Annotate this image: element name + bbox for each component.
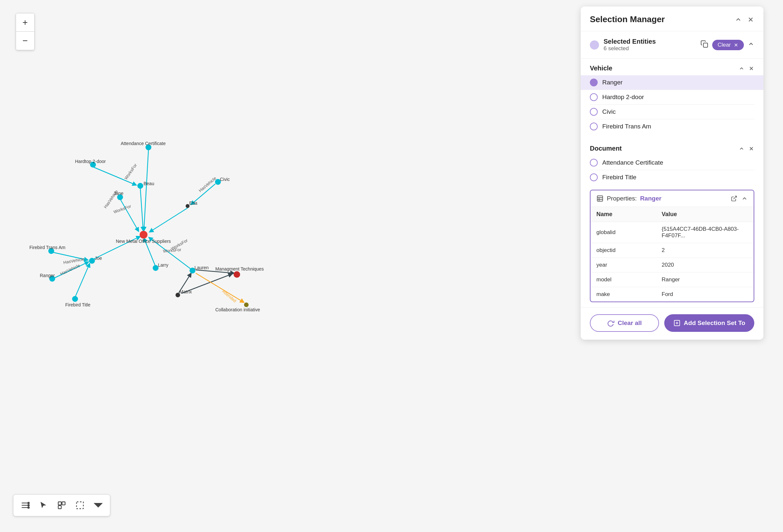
close-panel-button[interactable] (747, 16, 754, 23)
svg-point-29 (137, 183, 143, 189)
svg-text:WorksFor: WorksFor (113, 203, 132, 214)
svg-point-51 (72, 296, 78, 302)
entity-title: Selected Entities (603, 38, 696, 45)
svg-point-39 (89, 258, 95, 264)
document-item-firebird-title[interactable]: Firebird Title (590, 170, 754, 185)
more-button[interactable] (90, 497, 106, 513)
properties-external-button[interactable] (731, 195, 737, 202)
vehicle-item-ranger[interactable]: Ranger (581, 75, 763, 90)
document-name-firebird-title: Firebird Title (602, 174, 636, 181)
col-header-name: Name (591, 207, 656, 222)
document-category-name: Document (590, 145, 622, 152)
svg-text:WorksFor: WorksFor (123, 163, 138, 180)
svg-line-81 (733, 196, 737, 199)
vehicle-category-header: Vehicle (590, 65, 754, 72)
vehicle-item-firebird-trans[interactable]: Firebird Trans Am (590, 119, 754, 134)
svg-text:Matrix: Matrix (180, 289, 192, 294)
svg-text:Collaboration initiative: Collaboration initiative (215, 307, 260, 312)
panel-title: Selection Manager (590, 14, 665, 25)
vehicle-name-ranger: Ranger (602, 79, 623, 86)
panel-header-icons (735, 16, 754, 23)
property-value: {515A4CC7-46DB-4CB0-A803-F4F07F... (656, 222, 754, 243)
properties-collapse-button[interactable] (741, 195, 748, 202)
copy-entities-button[interactable] (700, 40, 708, 50)
zoom-out-button[interactable]: − (16, 32, 34, 50)
svg-text:Attended: Attended (221, 289, 238, 303)
properties-entity-name: Ranger (640, 195, 661, 202)
svg-text:Firebird Trans Am: Firebird Trans Am (29, 245, 65, 250)
svg-text:Beau: Beau (144, 181, 154, 186)
zoom-in-button[interactable]: + (16, 13, 34, 32)
bottom-toolbar (13, 494, 110, 517)
list-view-button[interactable] (17, 497, 33, 513)
vehicle-item-hardtop[interactable]: Hardtop 2-door (590, 90, 754, 105)
add-selection-button[interactable]: Add Selection Set To (664, 314, 754, 332)
selection-manager-panel: Selection Manager Selected Entities 6 se… (581, 6, 763, 340)
property-name: objectid (591, 243, 656, 258)
vehicle-name-hardtop: Hardtop 2-door (602, 94, 644, 101)
clear-label: Clear (717, 42, 731, 48)
svg-point-53 (233, 271, 240, 278)
property-name: year (591, 258, 656, 272)
clear-all-button[interactable]: Clear all (590, 314, 659, 332)
svg-rect-65 (58, 506, 61, 508)
svg-rect-63 (58, 502, 61, 505)
properties-header: Properties: Ranger (591, 190, 754, 207)
vehicle-category-actions (739, 66, 754, 71)
entity-count: 6 selected (603, 45, 696, 52)
document-dot-attendance (590, 159, 598, 167)
vehicle-item-civic[interactable]: Civic (590, 105, 754, 119)
vehicle-collapse-button[interactable] (739, 66, 745, 71)
document-close-button[interactable] (748, 146, 754, 152)
property-name: globalid (591, 222, 656, 243)
collapse-panel-button[interactable] (735, 16, 742, 23)
svg-text:Lauren: Lauren (194, 265, 209, 270)
entity-circle-icon (590, 40, 599, 49)
vehicle-category-name: Vehicle (590, 65, 613, 72)
svg-text:HasVehicle: HasVehicle (63, 257, 85, 265)
properties-label: Properties: (607, 195, 637, 202)
svg-text:Civic: Civic (220, 177, 230, 182)
properties-table: Name Value globalid{515A4CC7-46DB-4CB0-A… (591, 207, 754, 302)
svg-text:Ranger: Ranger (40, 273, 55, 278)
document-category-actions (739, 146, 754, 152)
vehicle-name-firebird-trans: Firebird Trans Am (602, 123, 651, 130)
col-header-value: Value (656, 207, 754, 222)
add-selection-label: Add Selection Set To (684, 320, 746, 327)
svg-text:Jane: Jane (114, 191, 124, 196)
svg-point-25 (139, 231, 148, 239)
property-name: model (591, 272, 656, 287)
svg-text:Joe: Joe (95, 256, 102, 261)
svg-text:Etta: Etta (189, 200, 197, 206)
svg-rect-77 (597, 196, 603, 201)
svg-point-60 (28, 502, 29, 504)
lasso-button[interactable] (54, 497, 69, 513)
document-item-attendance[interactable]: Attendance Certificate (590, 156, 754, 170)
property-row: globalid{515A4CC7-46DB-4CB0-A803-F4F07F.… (591, 222, 754, 243)
clear-badge-button[interactable]: Clear (712, 40, 744, 50)
property-value: 2020 (656, 258, 754, 272)
svg-text:Managment Techniques: Managment Techniques (215, 266, 263, 271)
svg-text:Larry: Larry (158, 262, 168, 268)
svg-text:New Metal Office Suppliers: New Metal Office Suppliers (116, 239, 171, 244)
panel-header: Selection Manager (581, 6, 763, 31)
svg-line-0 (144, 150, 149, 231)
property-row: modelRanger (591, 272, 754, 287)
rect-select-button[interactable] (72, 497, 88, 513)
svg-rect-64 (62, 502, 65, 505)
vehicle-close-button[interactable] (748, 66, 754, 71)
property-row: objectid2 (591, 243, 754, 258)
property-value: Ranger (656, 272, 754, 287)
expand-entities-button[interactable] (748, 41, 754, 49)
cursor-button[interactable] (36, 497, 51, 513)
document-collapse-button[interactable] (739, 146, 745, 152)
selected-entities-row: Selected Entities 6 selected Clear (581, 31, 763, 59)
property-value: Ford (656, 287, 754, 302)
svg-text:Attendance Certificate: Attendance Certificate (121, 141, 166, 146)
graph-svg: WorksFor WorksFor WorksFor WorksFor HasV… (0, 0, 287, 456)
svg-marker-67 (94, 503, 103, 507)
property-row: year2020 (591, 258, 754, 272)
document-name-attendance: Attendance Certificate (602, 159, 663, 166)
property-value: 2 (656, 243, 754, 258)
properties-icons (731, 195, 748, 202)
